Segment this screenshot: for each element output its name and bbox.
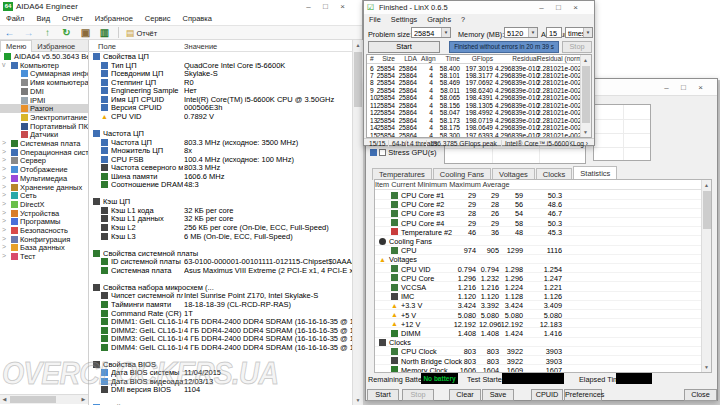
field-row[interactable]: Кэш L36 МБ (On-Die, ECC, Full-Speed)	[89, 232, 352, 241]
stats-row-cpu-core-3[interactable]: CPU Core #328265446.7	[375, 209, 701, 218]
clear-button[interactable]: Clear	[449, 389, 481, 401]
scroll-up-icon[interactable]: ▲	[353, 40, 363, 50]
run-units-select[interactable]: times▼	[565, 27, 593, 38]
collapsed-arrow-icon[interactable]: >	[2, 174, 6, 181]
start-button[interactable]: Start	[367, 389, 399, 401]
collapsed-arrow-icon[interactable]: >	[2, 217, 6, 224]
tree-item-multimedia[interactable]: >Мультимедиа	[0, 174, 88, 183]
tree-item-dmi[interactable]: DMI	[0, 87, 88, 96]
collapsed-arrow-icon[interactable]: >	[2, 191, 6, 198]
tree-item-ipmi[interactable]: IPMI	[0, 96, 88, 105]
fields-vertical-scrollbar[interactable]: ▲ ▼	[352, 40, 363, 405]
expanded-arrow-icon[interactable]: v	[2, 61, 6, 68]
save-button[interactable]: Save	[482, 389, 514, 401]
collapsed-arrow-icon[interactable]: >	[2, 165, 6, 172]
tree-item-motherboard[interactable]: >Системная плата	[0, 139, 88, 148]
tree-item-server[interactable]: >Сервер	[0, 156, 88, 165]
tree-item-aida64-logo[interactable]: AIDA64 v5.50.3643 Beta	[0, 52, 88, 61]
collapsed-arrow-icon[interactable]: >	[2, 226, 6, 233]
tree-item-storage[interactable]: >Хранение данных	[0, 183, 88, 192]
tree-item-summary[interactable]: Суммарная информация	[0, 69, 88, 78]
stats-row-clocks[interactable]: Clocks	[375, 338, 701, 347]
collapsed-arrow-icon[interactable]: >	[2, 252, 6, 259]
problem-size-select[interactable]: 25854▼	[411, 27, 451, 38]
menu-item-файл[interactable]: Файл	[0, 13, 30, 24]
stats-row-dimm[interactable]: DIMM1.4081.4081.4241.416	[375, 329, 701, 338]
linx-menu-settings[interactable]: Settings	[386, 14, 422, 24]
stats-row--5-v[interactable]: ▲+5 V5.0805.0805.0805.080	[375, 310, 701, 319]
stats-row-cpu[interactable]: CPU97490512991116	[375, 246, 701, 255]
linx-result-row[interactable]: 142585425864458.175198.06494.296839e-010…	[367, 124, 580, 131]
scroll-right-icon[interactable]: ▶	[79, 395, 88, 404]
scrollbar-thumb[interactable]	[703, 191, 711, 229]
collapsed-arrow-icon[interactable]: >	[2, 183, 6, 190]
scroll-left-icon[interactable]: ◀	[0, 395, 9, 404]
linx-menu-graphs[interactable]: Graphs	[422, 14, 456, 24]
field-row[interactable]: ▲CPU VID0.7892 V	[89, 112, 352, 121]
linx-result-row[interactable]: 92585425864458.011198.62404.296839e-0102…	[367, 87, 580, 94]
menu-item-отчёт[interactable]: Отчёт	[56, 13, 89, 24]
report-button[interactable]: ▤ Отчёт	[126, 27, 157, 40]
stats-row-voltages[interactable]: ▲Voltages	[375, 255, 701, 264]
tree-item-network[interactable]: >Сеть	[0, 191, 88, 200]
linx-result-row[interactable]: 72585425864458.101198.31774.296839e-0102…	[367, 72, 580, 79]
stats-row-cooling-fans[interactable]: Cooling Fans	[375, 237, 701, 246]
collapsed-arrow-icon[interactable]: >	[2, 139, 6, 146]
stop-button[interactable]: Stop	[562, 41, 592, 53]
back-icon[interactable]: ←	[0, 26, 19, 39]
linx-menu-file[interactable]: File	[364, 14, 386, 24]
tree-item-database[interactable]: >База данных	[0, 243, 88, 252]
run-count-select[interactable]: 15	[546, 27, 562, 38]
tree-item-os[interactable]: >Операционная система	[0, 148, 88, 157]
cpuid-icon[interactable]: ▣	[76, 26, 95, 39]
stats-row-cpu-core[interactable]: CPU Core1.2961.2321.2961.247	[375, 273, 701, 282]
tree-item-laptop[interactable]: Портативный ПК	[0, 122, 88, 131]
column-value[interactable]: Значение	[184, 42, 217, 51]
field-row[interactable]: DIMM4: GeIL CL16-16-16 D4...4 ГБ DDR4-24…	[89, 343, 352, 352]
stats-row-cpu-vid[interactable]: CPU VID0.7940.7941.2981.254	[375, 264, 701, 273]
maximize-button[interactable]: □	[550, 1, 567, 14]
linx-menu-help[interactable]: ?	[456, 14, 470, 24]
linx-vertical-scrollbar[interactable]: ▲ ▼	[580, 55, 591, 137]
menu-item-избранное[interactable]: Избранное	[89, 13, 139, 24]
tree-item-overclock[interactable]: Разгон	[0, 104, 88, 113]
tab-statistics[interactable]: Statistics	[573, 166, 617, 179]
tree-item-programs[interactable]: >Программы	[0, 217, 88, 226]
stats-row-cpu-core-4[interactable]: CPU Core #429295850.3	[375, 218, 701, 227]
close-button[interactable]: Close	[684, 389, 717, 401]
collapsed-arrow-icon[interactable]: >	[2, 209, 6, 216]
linx-result-row[interactable]: 122585425864458.047198.49924.296839e-010…	[367, 109, 580, 116]
column-field[interactable]: Поле	[98, 42, 116, 51]
tree-item-devices[interactable]: >Устройства	[0, 209, 88, 218]
nav-tab-меню[interactable]: Меню	[0, 40, 32, 52]
linx-result-row[interactable]: 132585425864458.173198.07194.296839e-010…	[367, 117, 580, 124]
field-row[interactable]: Системная платаAsus Maximus VIII Extreme…	[89, 266, 352, 275]
field-row[interactable]: DMI версия BIOS1104	[89, 385, 352, 394]
collapsed-arrow-icon[interactable]: >	[2, 148, 6, 155]
stats-row-cpu-core-2[interactable]: CPU Core #229285648.6	[375, 200, 701, 209]
tree-item-sensors[interactable]: Датчики	[0, 130, 88, 139]
linx-result-row[interactable]: 82585425864458.469197.06924.296839e-0102…	[367, 79, 580, 86]
scroll-up-icon[interactable]: ▲	[702, 180, 711, 190]
tree-item-display[interactable]: >Отображение	[0, 165, 88, 174]
menu-item-сервис[interactable]: Сервис	[139, 13, 177, 24]
monitor-icon[interactable]: ▥	[95, 26, 114, 39]
menu-item-справка[interactable]: Справка	[177, 13, 218, 24]
collapsed-arrow-icon[interactable]: >	[2, 156, 6, 163]
tree-item-security[interactable]: >Безопасность	[0, 226, 88, 235]
preferences-button[interactable]: Preferences	[564, 389, 602, 401]
stats-row-cpu-clock[interactable]: CPU Clock80380339223903	[375, 347, 701, 356]
scrollbar-thumb[interactable]	[354, 52, 362, 107]
forward-icon[interactable]: →	[19, 26, 38, 39]
stats-row-vccsa[interactable]: VCCSA1.2161.2161.2241.221	[375, 283, 701, 292]
stats-row-memory-clock[interactable]: Memory Clock1606160416091607	[375, 365, 701, 373]
minimize-button[interactable]: –	[533, 1, 550, 14]
tree-item-power[interactable]: Электропитание	[0, 113, 88, 122]
stop-button[interactable]: Stop	[402, 389, 434, 401]
stats-row-temperature-2[interactable]: Temperature #246364845.3	[375, 227, 701, 236]
linx-result-row[interactable]: 102585425864458.065198.43914.296839e-010…	[367, 94, 580, 101]
close-button[interactable]: ×	[692, 81, 709, 94]
collapsed-arrow-icon[interactable]: >	[2, 235, 6, 242]
memory-select[interactable]: 5120▼	[504, 27, 538, 38]
tree-item-computer[interactable]: vКомпьютер	[0, 61, 88, 70]
